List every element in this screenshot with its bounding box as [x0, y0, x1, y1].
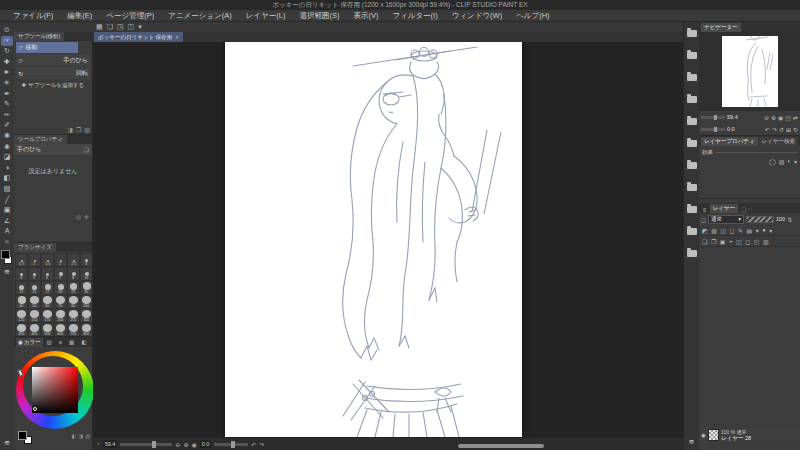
tool-button[interactable]: ❀: [1, 142, 13, 153]
tool-button[interactable]: ◧: [1, 173, 13, 184]
layer-toolbar-icon[interactable]: ▤: [747, 227, 753, 234]
subtool-item[interactable]: ↻ 回転: [16, 67, 90, 79]
menu-item[interactable]: フィルター(I): [385, 11, 444, 21]
material-folder-icon[interactable]: [687, 96, 697, 103]
subtool-panel-tab[interactable]: サブツール[移動]: [14, 32, 64, 41]
brush-size-cell[interactable]: 500: [41, 323, 54, 336]
brush-size-cell[interactable]: 800: [80, 323, 92, 336]
layer-name[interactable]: レイヤー 28: [721, 435, 751, 442]
brush-size-cell[interactable]: 3: [80, 253, 92, 267]
brush-size-cell[interactable]: 80: [67, 295, 80, 309]
brush-size-cell[interactable]: 1.5: [41, 253, 54, 267]
color-footer-icon[interactable]: ▥: [85, 433, 90, 439]
material-folder-icon[interactable]: [687, 228, 697, 235]
horizontal-scrollbar-thumb[interactable]: [458, 444, 544, 448]
layer-toolbar-icon[interactable]: ▨: [711, 227, 717, 234]
material-folder-icon[interactable]: [687, 184, 697, 191]
brush-size-cell[interactable]: 17: [41, 281, 54, 295]
close-tab-icon[interactable]: ×: [175, 32, 179, 42]
color-panel-tab[interactable]: ▤: [45, 338, 55, 347]
tool-button[interactable]: ╱: [1, 195, 13, 206]
hidden-palette-icon[interactable]: ≋: [4, 268, 10, 276]
brush-size-cell[interactable]: 70: [54, 295, 67, 309]
rotate-control-icon[interactable]: ↶: [251, 441, 256, 448]
brush-size-cell[interactable]: 170: [41, 309, 54, 323]
brush-size-cell[interactable]: 1: [28, 253, 41, 267]
brush-size-cell[interactable]: 700: [67, 323, 80, 336]
brush-size-cell[interactable]: 60: [41, 295, 54, 309]
color-panel-tab[interactable]: ≡: [57, 338, 65, 347]
blend-mode-dropdown[interactable]: 通常 ▾: [708, 215, 744, 224]
menu-item[interactable]: レイヤー(L): [239, 11, 293, 21]
canvas-paper[interactable]: [225, 42, 522, 437]
layer-command-icon[interactable]: ▣: [720, 238, 726, 245]
subtool-footer-icon[interactable]: ❐: [76, 126, 81, 133]
layer-command-icon[interactable]: ◰: [754, 238, 760, 245]
layer-thumbnail[interactable]: [708, 429, 719, 441]
brush-size-cell[interactable]: 400: [28, 323, 41, 336]
tool-button[interactable]: ▧: [1, 184, 13, 195]
brush-size-cell[interactable]: 350: [15, 323, 28, 336]
command-bar-icon[interactable]: ◫: [128, 22, 135, 32]
brush-size-cell[interactable]: 10: [80, 267, 92, 281]
zoom-control-icon[interactable]: ⊕: [183, 441, 188, 448]
brush-size-cell[interactable]: 120: [15, 309, 28, 323]
navigator-zoom-icon[interactable]: ⇄: [793, 114, 798, 121]
navigator-rotate-icon[interactable]: ↺: [779, 126, 784, 133]
command-bar-icon[interactable]: ◳: [117, 22, 124, 32]
command-bar-icon[interactable]: ▾: [138, 22, 142, 32]
page-corner-icon[interactable]: ❏: [84, 146, 89, 153]
opacity-spinner[interactable]: ⇅: [787, 216, 792, 223]
color-panel-tab[interactable]: ◉ カラー: [16, 338, 43, 347]
color-panel-tab[interactable]: ◧: [79, 338, 89, 347]
tool-button[interactable]: ↻: [1, 46, 13, 57]
tool-button[interactable]: ≈: [1, 237, 13, 248]
tool-button[interactable]: ✎: [1, 99, 13, 110]
layer-command-icon[interactable]: ❏: [702, 238, 707, 245]
color-panel-tab[interactable]: ▦: [67, 338, 77, 347]
opacity-slider[interactable]: [746, 216, 774, 223]
panel-menu-icon[interactable]: ≡: [701, 207, 709, 213]
tool-button[interactable]: ⊙: [1, 25, 13, 36]
navigator-zoom-slider[interactable]: [701, 116, 725, 119]
navigator-zoom-icon[interactable]: ◉: [778, 114, 783, 121]
hidden-palette-icon[interactable]: ≋: [4, 439, 10, 447]
layer-tab-icon[interactable]: ◌: [748, 206, 752, 213]
command-bar-icon[interactable]: ▦: [96, 22, 103, 32]
material-folder-icon[interactable]: [687, 162, 697, 169]
brush-size-cell[interactable]: 200: [54, 309, 67, 323]
layer-toolbar-icon[interactable]: ✎: [738, 227, 743, 234]
color-footer-icon[interactable]: ◨: [79, 433, 84, 439]
command-bar-icon[interactable]: ❏: [107, 22, 113, 32]
brush-size-cell[interactable]: 15: [28, 281, 41, 295]
tool-button[interactable]: ✒: [1, 89, 13, 100]
tool-property-footer-icon[interactable]: ✛: [84, 213, 89, 220]
foreground-color-swatch[interactable]: [1, 250, 10, 259]
tool-property-footer-icon[interactable]: ◎: [76, 213, 81, 220]
brush-size-cell[interactable]: 12: [15, 281, 28, 295]
layer-command-icon[interactable]: ◻: [745, 238, 750, 245]
foreground-background-swatch[interactable]: [0, 250, 14, 266]
navigator-zoom-icon[interactable]: ⊕: [771, 114, 776, 121]
brush-size-cell[interactable]: 250: [67, 309, 80, 323]
material-folder-icon[interactable]: [687, 206, 697, 213]
effect-icon[interactable]: ◯: [769, 158, 776, 165]
brush-size-tab[interactable]: ブラシサイズ: [14, 243, 56, 252]
document-tab[interactable]: ポッキーの日リキット 保存用 ×: [94, 32, 183, 42]
navigator-thumbnail[interactable]: [722, 36, 778, 107]
layer-property-tab[interactable]: レイヤー検索: [759, 137, 798, 146]
navigator-rotate-icon[interactable]: ⊞: [786, 126, 791, 133]
material-folder-icon[interactable]: [687, 118, 697, 125]
tool-button[interactable]: ▣: [1, 205, 13, 216]
sv-marker[interactable]: [33, 407, 37, 411]
brush-size-cell[interactable]: 7: [54, 267, 67, 281]
navigation-icon[interactable]: ◔: [96, 441, 100, 447]
brush-size-cell[interactable]: 30: [80, 281, 92, 295]
navigator-zoom-icon[interactable]: ◳: [785, 114, 791, 121]
add-subtool-button[interactable]: ✚ サブツールを追加する: [14, 79, 92, 91]
brush-size-cell[interactable]: 50: [28, 295, 41, 309]
menu-item[interactable]: 選択範囲(S): [292, 11, 346, 21]
tool-button[interactable]: ✏: [1, 110, 13, 121]
subtool-footer-icon[interactable]: ◨: [67, 126, 73, 133]
menu-item[interactable]: 表示(V): [346, 11, 385, 21]
